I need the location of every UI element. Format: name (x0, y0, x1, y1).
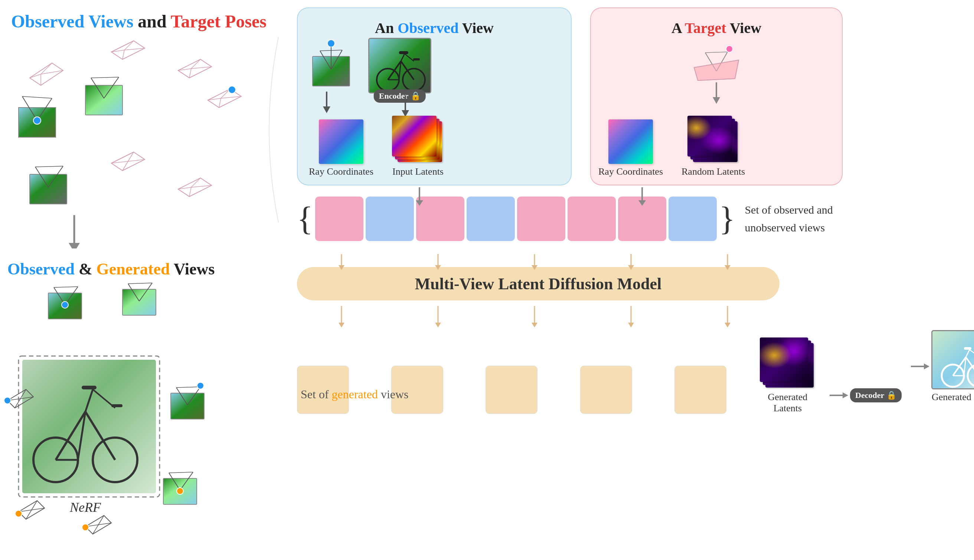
target-latent-stack (687, 116, 739, 164)
svg-marker-121 (694, 60, 738, 80)
svg-marker-152 (924, 363, 929, 369)
svg-line-12 (191, 59, 200, 68)
gen-latent-l1 (760, 337, 808, 382)
target-view-box: A Target View Ray Coordinates (590, 7, 843, 185)
svg-marker-126 (416, 200, 423, 206)
generated-image-col: Generated Image (931, 330, 974, 403)
target-bottom-row: Ray Coordinates Random Latents (598, 116, 745, 177)
svg-marker-10 (178, 59, 212, 78)
generated-image-label: Generated Image (932, 392, 974, 403)
svg-rect-21 (85, 85, 122, 115)
right-panel: An Observed View (289, 0, 974, 560)
svg-line-120 (705, 52, 728, 53)
svg-marker-150 (843, 392, 848, 398)
svg-rect-57 (22, 360, 156, 493)
svg-point-20 (33, 117, 41, 124)
svg-rect-66 (82, 386, 97, 389)
target-random-latent: Random Latents (682, 116, 745, 177)
observed-bike-photo (368, 38, 431, 93)
obs-latent-label: Input Latents (393, 166, 444, 177)
svg-point-51 (62, 302, 68, 308)
arrows-from-mvdm (297, 304, 780, 330)
obs-ray-label: Ray Coordinates (309, 166, 373, 177)
svg-rect-87 (171, 393, 204, 419)
gen-latent-col: Generated Latents (755, 337, 820, 414)
svg-marker-5 (111, 41, 145, 59)
and-text: and (133, 12, 171, 31)
svg-text:NeRF: NeRF (69, 500, 101, 515)
encoder-arrow (398, 95, 413, 118)
svg-marker-144 (531, 323, 538, 327)
gen-latent-stack (760, 337, 815, 389)
svg-marker-0 (30, 63, 63, 85)
svg-line-90 (176, 387, 200, 388)
obs-frustum-svg (309, 38, 353, 90)
svg-line-14 (189, 68, 191, 78)
generated-image (931, 330, 974, 389)
svg-rect-112 (413, 58, 420, 60)
observed-view-box: An Observed View (297, 7, 571, 185)
svg-marker-46 (68, 243, 80, 248)
obs-ray-square (319, 119, 363, 164)
set-generated-label: Set of generated views (301, 388, 409, 401)
svg-rect-162 (964, 347, 971, 350)
decoder-arrow-svg (828, 388, 850, 403)
gen-img-arrow-area: Generated Image (909, 330, 974, 414)
svg-marker-148 (725, 323, 730, 327)
svg-marker-132 (435, 265, 441, 270)
svg-marker-140 (339, 323, 344, 327)
gen-block-4 (580, 366, 632, 414)
gen-block-5 (675, 366, 727, 414)
svg-marker-40 (178, 178, 212, 197)
svg-line-110 (404, 54, 414, 61)
obs-ray-coord: Ray Coordinates (309, 119, 373, 177)
svg-marker-116 (323, 107, 330, 113)
gen-latents-label: Generated Latents (755, 392, 820, 414)
svg-marker-128 (638, 200, 646, 206)
decoder-arrow-area: Decoder 🔒 (828, 388, 902, 414)
svg-line-19 (22, 97, 52, 98)
svg-rect-111 (399, 51, 408, 54)
svg-rect-67 (111, 404, 122, 407)
svg-line-9 (122, 50, 124, 59)
svg-line-34 (35, 166, 63, 167)
svg-rect-52 (122, 289, 156, 315)
target-ray-coord: Ray Coordinates (598, 119, 663, 177)
latent-layer-1 (392, 116, 436, 157)
svg-line-95 (169, 472, 193, 473)
target-ray-label: Ray Coordinates (598, 166, 663, 177)
svg-marker-146 (628, 323, 634, 327)
svg-point-80 (15, 510, 22, 517)
svg-point-101 (327, 40, 335, 47)
frustum-arrow-obs (319, 92, 334, 114)
svg-marker-138 (725, 265, 730, 270)
target-box-title: A Target View (672, 19, 761, 37)
svg-point-96 (177, 488, 183, 494)
svg-line-1 (30, 74, 41, 78)
gen-block-3 (486, 366, 538, 414)
target-ray-square (608, 119, 653, 164)
arrows-to-mvdm (297, 252, 780, 271)
svg-line-24 (91, 77, 119, 78)
target-frustum-arrow (709, 82, 724, 105)
svg-line-109 (401, 54, 404, 61)
gen-img-arrow-svg (909, 359, 931, 374)
obs-latent-stack (392, 116, 444, 164)
svg-line-7 (124, 41, 134, 50)
svg-line-55 (128, 283, 152, 284)
svg-line-50 (54, 287, 78, 287)
bottom-scene-svg: NeRF (0, 282, 289, 560)
svg-marker-136 (628, 265, 634, 270)
generated-row: Generated Latents Decoder 🔒 (297, 330, 974, 414)
decoder-badge: Decoder 🔒 (850, 388, 902, 402)
svg-rect-31 (30, 174, 67, 204)
svg-line-29 (219, 98, 221, 108)
mvdm-box: Multi-View Latent Diffusion Model (297, 267, 780, 300)
svg-point-86 (82, 524, 89, 531)
arrows-to-views (289, 185, 884, 215)
svg-point-91 (197, 382, 204, 389)
observed-generated-title: Observed & Generated Views (7, 260, 215, 278)
svg-line-44 (189, 187, 191, 197)
svg-point-122 (726, 46, 733, 52)
target-frustum-svg (690, 38, 742, 86)
